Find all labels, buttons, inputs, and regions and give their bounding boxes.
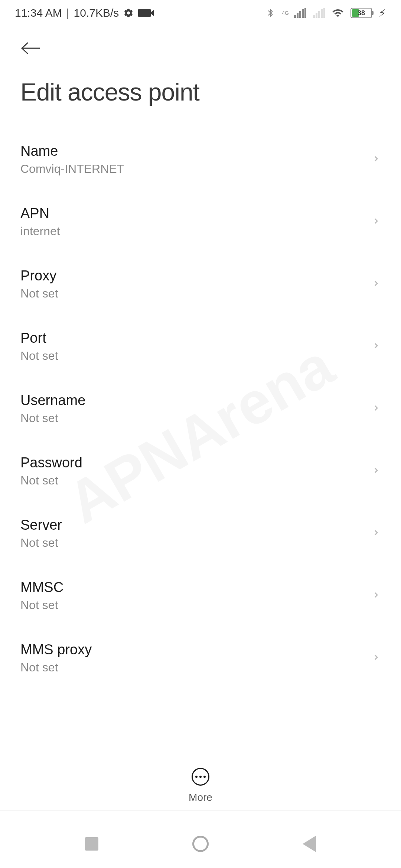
- setting-value: Comviq-INTERNET: [20, 162, 372, 176]
- gear-icon: [123, 8, 134, 18]
- charging-icon: ⚡︎: [379, 7, 386, 19]
- setting-label: MMSC: [20, 579, 372, 595]
- setting-value: Not set: [20, 287, 372, 300]
- setting-value: Not set: [20, 474, 372, 487]
- nav-home-button[interactable]: [191, 835, 210, 853]
- chevron-right-icon: [372, 591, 381, 601]
- battery-icon: 38: [351, 8, 372, 18]
- setting-item-proxy[interactable]: Proxy Not set: [20, 253, 381, 315]
- network-type-label: 4G: [282, 10, 289, 16]
- setting-value: Not set: [20, 661, 372, 674]
- setting-value: Not set: [20, 598, 372, 612]
- nav-back-button[interactable]: [300, 835, 319, 853]
- header: Edit access point: [0, 26, 401, 106]
- setting-label: Password: [20, 455, 372, 471]
- status-separator: |: [66, 7, 69, 19]
- more-label: More: [189, 792, 212, 803]
- chevron-right-icon: [372, 341, 381, 352]
- status-bar: 11:34 AM | 10.7KB/s 4G 38 ⚡︎: [0, 0, 401, 26]
- setting-value: Not set: [20, 411, 372, 425]
- system-nav-bar: [0, 820, 401, 868]
- setting-item-apn[interactable]: APN internet: [20, 191, 381, 253]
- setting-label: APN: [20, 206, 372, 221]
- setting-item-name[interactable]: Name Comviq-INTERNET: [20, 128, 381, 191]
- nav-recents-button[interactable]: [82, 835, 101, 853]
- bluetooth-icon: [266, 7, 275, 19]
- signal-sim2-icon: [313, 8, 325, 18]
- chevron-right-icon: [372, 279, 381, 289]
- setting-label: Server: [20, 517, 372, 533]
- triangle-icon: [303, 836, 316, 852]
- setting-label: Proxy: [20, 268, 372, 284]
- video-icon: [138, 9, 151, 17]
- chevron-right-icon: [372, 154, 381, 165]
- square-icon: [85, 837, 98, 851]
- wifi-icon: [332, 7, 344, 19]
- setting-label: Username: [20, 392, 372, 408]
- setting-item-mmsc[interactable]: MMSC Not set: [20, 565, 381, 627]
- setting-item-port[interactable]: Port Not set: [20, 315, 381, 378]
- page-title: Edit access point: [20, 78, 381, 106]
- more-icon: [192, 768, 209, 786]
- chevron-right-icon: [372, 404, 381, 414]
- setting-label: Name: [20, 143, 372, 159]
- status-data-speed: 10.7KB/s: [74, 7, 119, 19]
- setting-label: Port: [20, 330, 372, 346]
- setting-value: internet: [20, 224, 372, 238]
- more-button[interactable]: More: [0, 761, 401, 811]
- setting-item-username[interactable]: Username Not set: [20, 378, 381, 440]
- setting-label: MMS proxy: [20, 642, 372, 658]
- chevron-right-icon: [372, 653, 381, 663]
- setting-item-mms-proxy[interactable]: MMS proxy Not set: [20, 627, 381, 689]
- status-left: 11:34 AM | 10.7KB/s: [15, 7, 151, 19]
- battery-percent: 38: [358, 9, 365, 17]
- chevron-right-icon: [372, 466, 381, 476]
- settings-list: Name Comviq-INTERNET APN internet Proxy …: [0, 106, 401, 868]
- setting-value: Not set: [20, 536, 372, 550]
- status-time: 11:34 AM: [15, 7, 62, 19]
- chevron-right-icon: [372, 217, 381, 227]
- circle-icon: [192, 836, 209, 852]
- setting-item-password[interactable]: Password Not set: [20, 440, 381, 502]
- signal-sim1-icon: [294, 8, 306, 18]
- setting-value: Not set: [20, 349, 372, 363]
- back-button[interactable]: [20, 37, 43, 59]
- chevron-right-icon: [372, 528, 381, 539]
- status-right: 4G 38 ⚡︎: [266, 7, 386, 19]
- setting-item-server[interactable]: Server Not set: [20, 502, 381, 565]
